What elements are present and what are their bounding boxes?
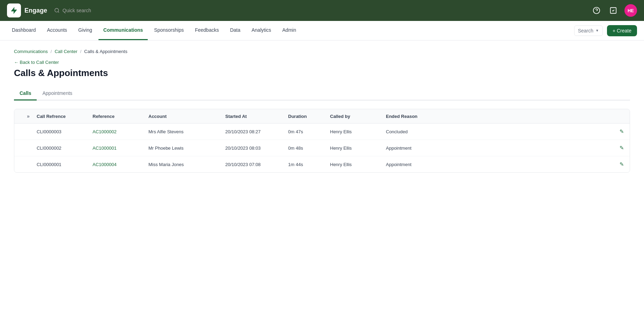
nav-item-dashboard[interactable]: Dashboard [7,21,41,40]
table-header: » Call Refrence Reference Account Starte… [14,109,630,124]
cell-called-by-2: Henry Ellis [330,145,386,151]
secondary-nav: Dashboard Accounts Giving Communications… [0,21,644,40]
quick-search-label: Quick search [63,8,91,13]
breadcrumb-sep-1: / [51,49,52,54]
cell-ended-reason-3: Appointment [386,162,607,167]
back-link[interactable]: ← Back to Call Center [14,60,630,65]
cell-called-by-1: Henry Ellis [330,129,386,134]
calls-table: » Call Refrence Reference Account Starte… [14,109,630,173]
table-row: CLI0000002 AC1000001 Mr Phoebe Lewis 20/… [14,140,630,156]
column-toggle[interactable]: » [20,113,37,119]
top-bar-left: Engage Quick search [7,3,91,17]
tab-calls[interactable]: Calls [14,87,37,100]
cell-account-2: Mr Phoebe Lewis [148,145,225,151]
header-duration: Duration [288,114,330,119]
nav-item-feedbacks[interactable]: Feedbacks [190,21,224,40]
edit-icon-3[interactable]: ✎ [620,161,624,167]
search-label: Search [578,28,593,33]
nav-item-sponsorships[interactable]: Sponsorships [149,21,189,40]
nav-item-communications[interactable]: Communications [98,21,148,40]
cell-account-1: Mrs Alfie Stevens [148,129,225,134]
cell-actions-3: ✎ [607,161,624,167]
breadcrumb-current: Calls & Appointments [84,49,127,54]
header-ended-reason: Ended Reason [386,114,607,119]
header-started-at: Started At [225,114,288,119]
cell-reference-1[interactable]: AC1000002 [93,129,148,134]
cell-duration-3: 1m 44s [288,162,330,167]
table-row: CLI0000003 AC1000002 Mrs Alfie Stevens 2… [14,124,630,140]
double-chevron-icon: » [27,113,30,119]
nav-item-admin[interactable]: Admin [277,21,301,40]
cell-reference-3[interactable]: AC1000004 [93,162,148,167]
nav-item-analytics[interactable]: Analytics [247,21,276,40]
breadcrumb-communications[interactable]: Communications [14,49,48,54]
search-dropdown[interactable]: Search ▼ [574,25,603,36]
cell-reference-2[interactable]: AC1000001 [93,145,148,151]
page-title: Calls & Appointments [14,68,630,78]
edit-icon-2[interactable]: ✎ [620,145,624,151]
header-called-by: Called by [330,114,386,119]
nav-item-giving[interactable]: Giving [73,21,97,40]
cell-duration-1: 0m 47s [288,129,330,134]
avatar[interactable]: HE [624,4,637,17]
cell-call-ref-1: CLI0000003 [37,129,93,134]
cell-call-ref-3: CLI0000001 [37,162,93,167]
cell-actions-2: ✎ [607,145,624,151]
nav-item-accounts[interactable]: Accounts [42,21,72,40]
logo-icon [7,3,21,17]
header-reference: Reference [93,114,148,119]
cell-actions-1: ✎ [607,128,624,135]
cell-started-at-3: 20/10/2023 07:08 [225,162,288,167]
app-name: Engage [24,7,47,14]
tabs: Calls Appointments [14,87,630,100]
cell-ended-reason-1: Concluded [386,129,607,134]
edit-icon-1[interactable]: ✎ [620,128,624,135]
cell-account-3: Miss Maria Jones [148,162,225,167]
header-account: Account [148,114,225,119]
tasks-icon[interactable] [608,5,619,16]
breadcrumb-sep-2: / [80,49,81,54]
table-row: CLI0000001 AC1000004 Miss Maria Jones 20… [14,156,630,172]
create-button[interactable]: + Create [607,25,637,36]
nav-item-data[interactable]: Data [225,21,246,40]
chevron-down-icon: ▼ [595,29,599,32]
tab-appointments[interactable]: Appointments [37,87,78,100]
cell-duration-2: 0m 48s [288,145,330,151]
quick-search[interactable]: Quick search [54,8,91,13]
cell-ended-reason-2: Appointment [386,145,607,151]
breadcrumb-call-center[interactable]: Call Center [54,49,77,54]
help-icon[interactable] [591,5,602,16]
top-bar: Engage Quick search HE [0,0,644,21]
cell-started-at-1: 20/10/2023 08:27 [225,129,288,134]
top-bar-right: HE [591,4,637,17]
header-call-reference: Call Refrence [37,114,93,119]
breadcrumb: Communications / Call Center / Calls & A… [14,49,630,54]
nav-right: Search ▼ + Create [574,25,637,36]
main-content: Communications / Call Center / Calls & A… [0,40,644,314]
logo-container[interactable]: Engage [7,3,47,17]
cell-called-by-3: Henry Ellis [330,162,386,167]
nav-items: Dashboard Accounts Giving Communications… [7,21,301,40]
cell-call-ref-2: CLI0000002 [37,145,93,151]
cell-started-at-2: 20/10/2023 08:03 [225,145,288,151]
svg-point-0 [55,8,59,12]
